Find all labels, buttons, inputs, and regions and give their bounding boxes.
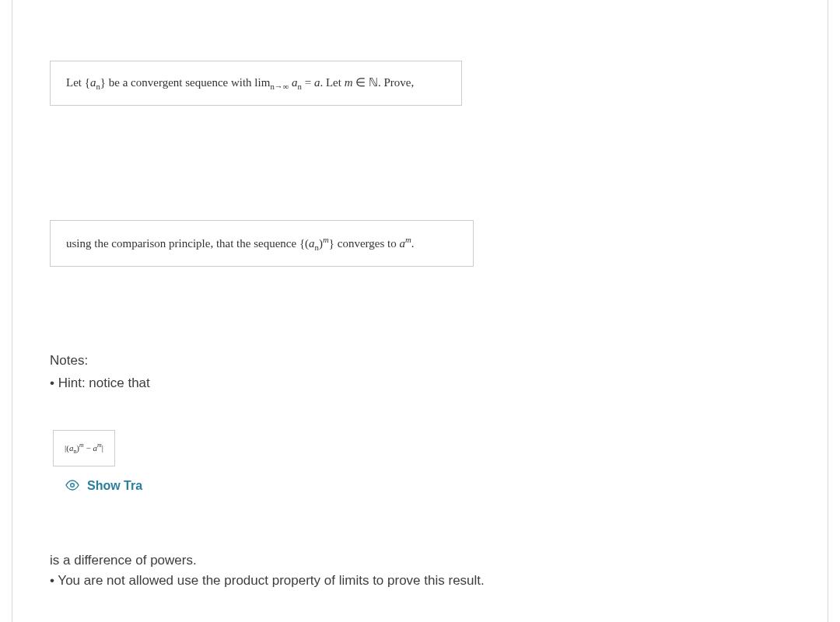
problem-text-2: using the comparison principle, that the…: [66, 237, 415, 250]
problem-statement-line2: using the comparison principle, that the…: [50, 220, 474, 267]
notes-section: Notes: • Hint: notice that: [50, 350, 150, 395]
formula-text: |(an)m − am|: [65, 443, 103, 453]
bottom-notes: is a difference of powers. • You are not…: [50, 550, 485, 590]
formula-box: |(an)m − am|: [53, 430, 115, 466]
restriction-line: • You are not allowed use the product pr…: [50, 571, 485, 591]
eye-icon: [65, 480, 79, 493]
diff-powers-line: is a difference of powers.: [50, 550, 485, 571]
page-container: Let {an} be a convergent sequence with l…: [12, 0, 828, 622]
hint-line: • Hint: notice that: [50, 372, 150, 395]
notes-heading: Notes:: [50, 350, 150, 372]
svg-point-0: [71, 483, 75, 487]
show-transcribed-link[interactable]: Show Tra: [65, 479, 142, 493]
show-transcribed-label: Show Tra: [87, 479, 142, 493]
problem-statement-line1: Let {an} be a convergent sequence with l…: [50, 61, 462, 106]
problem-text: Let {an} be a convergent sequence with l…: [66, 76, 414, 89]
